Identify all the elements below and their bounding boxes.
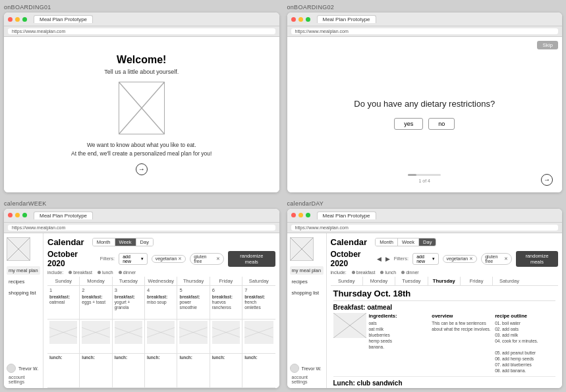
cal-title-day: Calendar [331, 237, 368, 247]
dh-sun-day: Sunday [331, 277, 363, 285]
randomize-btn-day[interactable]: randomize meals [516, 251, 558, 267]
bkfst-outline-text: 01. boil water 02. add oats 03. add milk… [495, 320, 555, 374]
day-num-5: 5 [179, 287, 207, 293]
day-header-fri: Friday [210, 277, 242, 285]
titlebar-01: Meal Plan Prototype [4, 13, 279, 26]
randomize-btn-week[interactable]: randomize meals [228, 251, 275, 267]
prev-btn-day[interactable]: ◀ [377, 256, 382, 262]
day-img-mon [80, 320, 112, 353]
add-filter-btn-week[interactable]: add new ▾ [119, 253, 147, 265]
dot-dinner-week [119, 271, 122, 274]
dot-green-03[interactable] [22, 213, 27, 217]
tab-month-day[interactable]: Month [376, 238, 398, 246]
tab-02[interactable]: Meal Plan Prototype [317, 15, 376, 23]
tab-day-day[interactable]: Day [419, 238, 436, 246]
dot-green-04[interactable] [306, 213, 310, 217]
dot-yellow-03[interactable] [15, 213, 20, 217]
dot-breakfast-week [69, 271, 72, 274]
url-02[interactable]: https://www.mealplan.com [291, 28, 559, 34]
dot-yellow-02[interactable] [298, 17, 303, 22]
tab-month-week[interactable]: Month [93, 238, 115, 246]
onboard01-next-button[interactable]: → [136, 163, 148, 175]
day-img-fri [210, 320, 242, 353]
calendar-week-layout: my meal plan recipes shopping list Trevo… [4, 233, 279, 389]
browser-onboarding01: Meal Plan Prototype https://www.mealplan… [4, 13, 279, 192]
sidebar-item-shopping-day[interactable]: shopping list [290, 289, 324, 297]
lunch-sun: lunch: [47, 354, 80, 387]
user-row-week: Trevor W. [7, 364, 40, 373]
onboard02-next-button[interactable]: → [541, 174, 553, 186]
day-view-title: Thursday Oct. 18th [333, 286, 556, 301]
tab-week-day[interactable]: Week [398, 238, 419, 246]
lunch-tue: lunch: [113, 354, 145, 387]
account-settings-day[interactable]: account settings [290, 375, 324, 384]
user-avatar-week [7, 364, 16, 373]
view-tabs-week: Month Week Day [92, 238, 154, 246]
tab-04[interactable]: Meal Plan Prototype [317, 211, 376, 219]
meal-wed: breakfast:miso soup [147, 294, 175, 306]
day-cell-thu: 5 breakfast:power smoothie [177, 286, 210, 320]
meal-card-title-lnch: Lunch: club sandwich [333, 379, 556, 387]
month-title-week: October 2020 [47, 250, 96, 268]
url-04[interactable]: https://www.mealplan.com [291, 225, 559, 231]
include-breakfast-week: breakfast [69, 270, 92, 275]
account-settings-week[interactable]: account settings [7, 375, 40, 384]
dot-red-02[interactable] [291, 17, 296, 22]
sidebar-item-shopping[interactable]: shopping list [7, 289, 40, 297]
progress-fill [408, 174, 416, 176]
include-lunch-week: lunch [98, 270, 113, 275]
no-button[interactable]: no [428, 118, 455, 130]
filter-x-gf-week[interactable]: ✕ [216, 256, 220, 262]
filter-x-veg-week[interactable]: ✕ [178, 256, 182, 262]
user-row-day: Trevor W. [290, 364, 324, 373]
yes-no-group: yes no [394, 118, 455, 130]
filter-vegetarian-week: vegetarian ✕ [152, 255, 186, 263]
dot-lunch-week [98, 271, 101, 274]
progress-bar [408, 174, 441, 176]
dot-green-01[interactable] [22, 17, 27, 22]
sidebar-item-recipes-day[interactable]: recipes [290, 277, 324, 286]
dot-yellow-04[interactable] [298, 213, 303, 217]
tab-03[interactable]: Meal Plan Prototype [34, 211, 93, 219]
next-btn-day[interactable]: ▶ [385, 256, 390, 262]
day-headers-day: Sunday Monday Tuesday Thursday Friday Sa… [331, 277, 559, 286]
add-filter-btn-day[interactable]: add new ▾ [412, 253, 438, 265]
day-num-4: 4 [147, 287, 175, 293]
dot-green-02[interactable] [306, 17, 310, 22]
yes-button[interactable]: yes [394, 118, 423, 130]
panel-label-onboarding02: onBOARDING02 [287, 4, 563, 11]
user-name-week: Trevor W. [18, 366, 38, 371]
tab-day-week[interactable]: Day [136, 238, 153, 246]
meal-sat: breakfast:french omlettes [244, 294, 273, 311]
browser-calendarweek: Meal Plan Prototype https://www.mealplan… [4, 209, 279, 389]
dot-yellow-01[interactable] [15, 17, 20, 22]
url-01[interactable]: https://www.mealplan.com [8, 28, 275, 34]
dot-red-01[interactable] [8, 17, 13, 22]
skip-button[interactable]: Skip [537, 41, 558, 49]
lunch-sat: lunch: [242, 354, 275, 387]
sidebar-item-mealplan-day[interactable]: my meal plan [290, 266, 324, 275]
sidebar-item-mealplan[interactable]: my meal plan [7, 266, 40, 275]
sidebar-item-recipes[interactable]: recipes [7, 277, 40, 286]
tab-week-week[interactable]: Week [115, 238, 136, 246]
meal-card-title-bkfst: Breakfast: oatmeal [333, 304, 556, 311]
url-03[interactable]: https://www.mealplan.com [8, 225, 275, 231]
cal-grid-week: Sunday Monday Tuesday Wednesday Thursday… [47, 277, 275, 389]
meal-overview-bkfst: overview This can be a few sentences abo… [432, 313, 492, 374]
filter-x-veg-day[interactable]: ✕ [469, 256, 473, 262]
tab-01[interactable]: Meal Plan Prototype [34, 15, 93, 23]
day-cell-tue: 3 breakfast:yogurt + granola [113, 286, 145, 320]
urlbar-02: https://www.mealplan.com [287, 26, 563, 37]
bkfst-overview-text: This can be a few sentences about what t… [432, 320, 492, 332]
filter-x-gf-day[interactable]: ✕ [504, 256, 508, 262]
dot-red-03[interactable] [8, 213, 13, 217]
pagination: 1 of 4 [408, 174, 441, 183]
day-img-sat [242, 320, 275, 353]
dot-red-04[interactable] [291, 213, 296, 217]
day-header-sun: Sunday [47, 277, 80, 285]
urlbar-03: https://www.mealplan.com [4, 223, 279, 233]
filter-glutenfree-week: gluten free ✕ [190, 253, 224, 265]
titlebar-03: Meal Plan Prototype [4, 209, 279, 223]
include-label-week: include: [47, 270, 63, 275]
panel-label-onboarding01: onBOARDING01 [4, 4, 279, 11]
